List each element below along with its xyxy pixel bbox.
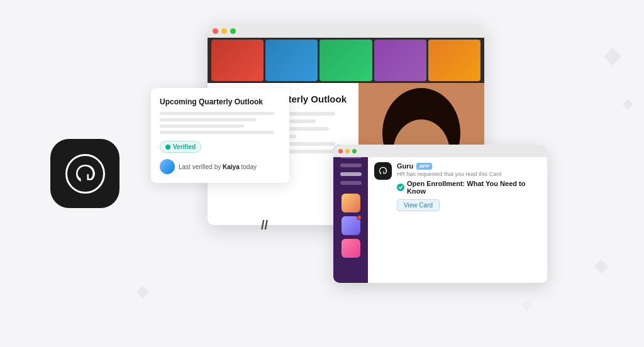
view-card-button[interactable]: View Card <box>397 199 440 211</box>
slack-notification-panel: Guru APP HR has requested that you read … <box>333 145 547 283</box>
slack-minimize-button[interactable] <box>345 149 350 153</box>
slack-sidebar <box>333 145 368 283</box>
slack-main-content: Guru APP HR has requested that you read … <box>368 145 547 283</box>
slack-avatar-1[interactable] <box>341 194 360 212</box>
notification-card-title: Open Enrollment: What You Need to Know <box>397 180 541 195</box>
app-badge: APP <box>416 163 431 170</box>
sidebar-bar-4 <box>340 181 362 185</box>
participant-thumbnail-2 <box>265 40 318 81</box>
card-line-3 <box>160 124 244 128</box>
card-overlay-title: Upcoming Quarterly Outlook <box>160 97 280 107</box>
window-chrome <box>208 24 484 38</box>
card-title-text: Open Enrollment: What You Need to Know <box>407 180 541 195</box>
verified-by-row: Last verified by Kaiya today <box>160 159 280 174</box>
guru-notification: Guru APP HR has requested that you read … <box>374 162 541 211</box>
participant-thumbnail-1 <box>211 40 264 81</box>
sidebar-bar-3 <box>340 172 362 176</box>
minimize-button[interactable] <box>221 28 227 34</box>
participant-thumbnail-5 <box>428 40 480 81</box>
verifier-avatar <box>160 159 175 174</box>
slack-window-chrome <box>333 145 547 157</box>
slack-avatar-3[interactable] <box>341 239 360 258</box>
guru-notification-icon <box>374 162 392 180</box>
slack-sidebar-avatars <box>341 194 360 258</box>
notification-sub-text: HR has requested that you read this Card <box>397 171 541 177</box>
slack-avatar-2-container <box>341 216 360 235</box>
card-line-1 <box>160 112 274 115</box>
check-icon <box>397 184 404 191</box>
verified-by-prefix: Last verified by <box>179 163 221 170</box>
card-line-4 <box>160 131 274 134</box>
notification-content: Guru APP HR has requested that you read … <box>397 162 541 211</box>
video-thumbnails <box>208 38 484 83</box>
notification-app-name: Guru <box>397 162 413 170</box>
verified-dot-icon <box>165 145 170 150</box>
close-button[interactable] <box>213 28 218 34</box>
participant-thumbnail-4 <box>374 40 426 81</box>
verifier-name: Kaiya <box>223 163 240 170</box>
slack-maximize-button[interactable] <box>352 149 357 153</box>
slash-decoration-1: // <box>261 219 268 231</box>
unread-indicator <box>357 215 362 220</box>
slack-close-button[interactable] <box>338 149 343 153</box>
maximize-button[interactable] <box>230 28 236 34</box>
sidebar-bar-2 <box>340 163 362 167</box>
notification-header: Guru APP <box>397 162 541 170</box>
verified-time: today <box>242 163 257 170</box>
svg-point-0 <box>66 155 104 192</box>
verified-by-text: Last verified by Kaiya today <box>179 163 257 170</box>
guru-logo <box>50 139 119 208</box>
card-overlay: Upcoming Quarterly Outlook Verified Last… <box>151 88 289 183</box>
verified-label: Verified <box>173 143 196 150</box>
verified-badge: Verified <box>160 141 201 153</box>
participant-thumbnail-3 <box>319 40 372 81</box>
card-line-2 <box>160 118 257 121</box>
